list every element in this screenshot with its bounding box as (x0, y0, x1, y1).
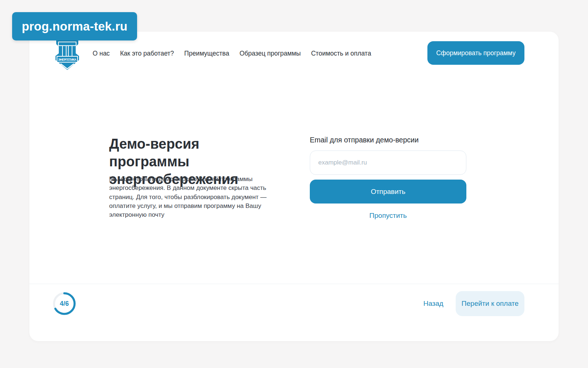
generate-program-button[interactable]: Сформировать программу (427, 41, 524, 65)
progress-ring: 4/6 (53, 292, 76, 315)
nav-item-pricing[interactable]: Стоимость и оплата (311, 50, 371, 57)
back-link[interactable]: Назад (423, 300, 443, 308)
main-nav: О нас Как это работает? Преимущества Обр… (93, 47, 371, 60)
email-label: Email для отправки демо-версии (310, 136, 419, 144)
logo-banner-text: ЭНЕРГЕТИКА (58, 58, 76, 61)
nav-item-program-sample[interactable]: Образец программы (240, 50, 301, 57)
go-to-payment-button[interactable]: Перейти к оплате (456, 291, 524, 316)
send-button[interactable]: Отправить (310, 180, 466, 204)
site-url-text: prog.norma-tek.ru (22, 20, 128, 33)
nav-item-about[interactable]: О нас (93, 50, 110, 57)
skip-link[interactable]: Пропустить (310, 212, 466, 220)
page-description: Мы подготовили демо-версию Вашей програм… (109, 175, 288, 219)
energetika-logo-icon: ЭНЕРГЕТИКА (53, 39, 82, 71)
nav-item-advantages[interactable]: Преимущества (184, 50, 229, 57)
footer-divider (29, 284, 559, 284)
email-input[interactable] (310, 151, 466, 175)
main-card: ЭНЕРГЕТИКА О нас Как это работает? Преим… (29, 32, 559, 341)
site-url-badge: prog.norma-tek.ru (12, 12, 137, 40)
logo[interactable]: ЭНЕРГЕТИКА (53, 39, 82, 71)
nav-item-how-it-works[interactable]: Как это работает? (120, 50, 174, 57)
progress-label: 4/6 (53, 292, 76, 315)
